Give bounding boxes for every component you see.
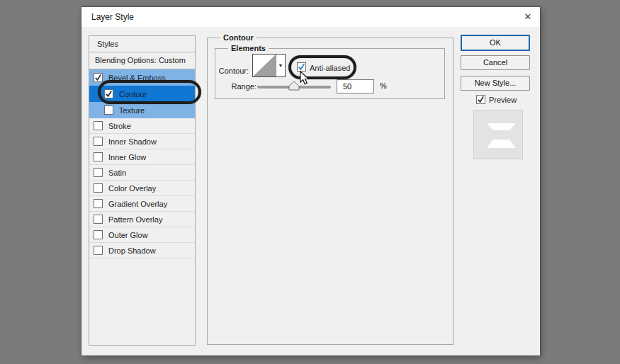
contour-thumbnail-button[interactable]: ▼ (252, 54, 286, 77)
style-item-label: Stroke (108, 122, 131, 130)
style-item-label: Gradient Overlay (108, 200, 167, 208)
styles-list: Styles Blending Options: Custom Bevel & … (89, 35, 196, 346)
styles-item-inner-glow[interactable]: Inner Glow (89, 149, 195, 165)
style-checkbox[interactable] (94, 246, 103, 255)
range-value-input[interactable] (337, 79, 374, 93)
check-icon (477, 96, 485, 103)
preview-label: Preview (489, 96, 517, 104)
styles-item-outer-glow[interactable]: Outer Glow (89, 227, 195, 243)
range-unit-label: % (380, 81, 387, 90)
style-item-label: Satin (108, 169, 126, 177)
cancel-button[interactable]: Cancel (461, 55, 530, 70)
chevron-down-icon[interactable]: ▼ (276, 55, 285, 76)
elements-group-label: Elements (228, 44, 269, 52)
new-style-button[interactable]: New Style... (461, 76, 530, 91)
style-item-label: Inner Shadow (108, 137, 157, 146)
style-checkbox[interactable] (94, 199, 103, 208)
anti-aliased-checkbox[interactable] (297, 62, 306, 72)
linear-contour-icon (253, 55, 276, 76)
style-checkbox[interactable] (94, 183, 103, 193)
style-item-label: Contour (119, 90, 147, 98)
ok-button[interactable]: OK (461, 35, 530, 51)
styles-item-texture[interactable]: Texture (89, 102, 195, 118)
styles-item-stroke[interactable]: Stroke (89, 118, 195, 134)
styles-list-items: Bevel & EmbossContourTextureStrokeInner … (89, 69, 195, 258)
preview-shape-bottom (487, 140, 516, 148)
style-checkbox[interactable] (104, 89, 113, 98)
contour-group-label: Contour (220, 33, 257, 42)
styles-item-color-overlay[interactable]: Color Overlay (89, 181, 195, 196)
contour-thumbnail (253, 55, 276, 76)
style-checkbox[interactable] (94, 73, 103, 82)
preview-shape-top (487, 123, 516, 130)
style-item-label: Pattern Overlay (108, 215, 162, 224)
contour-picker-label: Contour: (213, 67, 249, 75)
styles-item-contour[interactable]: Contour (89, 86, 195, 102)
style-checkbox[interactable] (94, 215, 103, 224)
close-icon[interactable]: ✕ (522, 11, 534, 23)
range-label: Range: (225, 82, 257, 91)
styles-item-satin[interactable]: Satin (89, 165, 195, 181)
style-item-label: Inner Glow (108, 153, 146, 161)
style-checkbox[interactable] (94, 168, 103, 177)
elements-groupbox: Elements (215, 48, 445, 99)
style-checkbox[interactable] (94, 121, 103, 130)
style-checkbox[interactable] (94, 137, 103, 146)
range-slider-thumb[interactable] (288, 81, 300, 92)
styles-item-gradient-overlay[interactable]: Gradient Overlay (89, 196, 195, 212)
styles-item-pattern-overlay[interactable]: Pattern Overlay (89, 212, 195, 227)
layer-style-dialog: Layer Style ✕ Styles Blending Options: C… (81, 7, 540, 356)
styles-item-inner-shadow[interactable]: Inner Shadow (89, 134, 195, 149)
preview-checkbox[interactable] (476, 95, 485, 104)
styles-item-blending-options[interactable]: Blending Options: Custom (89, 52, 195, 69)
style-item-label: Drop Shadow (108, 246, 156, 255)
styles-item-drop-shadow[interactable]: Drop Shadow (89, 243, 195, 258)
anti-aliased-label: Anti-aliased (310, 64, 350, 72)
dialog-title: Layer Style (91, 7, 134, 27)
style-item-label: Texture (119, 106, 145, 115)
style-item-label: Outer Glow (108, 231, 148, 239)
styles-list-header: Styles (89, 36, 195, 52)
dialog-titlebar: Layer Style ✕ (81, 7, 540, 27)
style-preview-thumbnail (473, 110, 523, 159)
style-item-label: Color Overlay (108, 184, 156, 193)
style-checkbox[interactable] (104, 106, 113, 115)
style-checkbox[interactable] (94, 230, 103, 239)
style-item-label: Bevel & Emboss (108, 74, 166, 82)
check-icon (298, 63, 305, 71)
styles-item-bevel-emboss[interactable]: Bevel & Emboss (89, 69, 195, 86)
style-checkbox[interactable] (94, 152, 103, 161)
